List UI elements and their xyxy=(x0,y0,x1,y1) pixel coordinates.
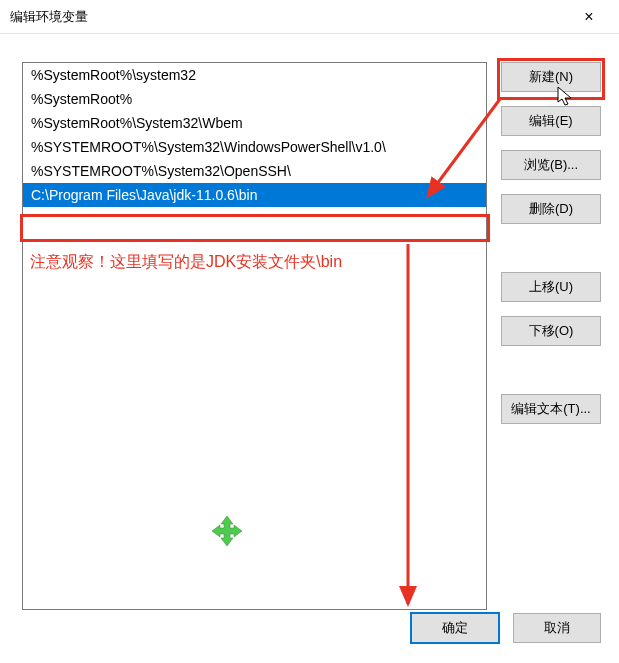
edit-button[interactable]: 编辑(E) xyxy=(501,106,601,136)
list-item-selected[interactable]: C:\Program Files\Java\jdk-11.0.6\bin xyxy=(23,183,486,207)
delete-button[interactable]: 删除(D) xyxy=(501,194,601,224)
list-item[interactable]: %SYSTEMROOT%\System32\WindowsPowerShell\… xyxy=(23,135,486,159)
bottom-buttons: 确定 取消 xyxy=(411,613,601,643)
moveup-button[interactable]: 上移(U) xyxy=(501,272,601,302)
path-listbox[interactable]: %SystemRoot%\system32 %SystemRoot% %Syst… xyxy=(22,62,487,610)
list-item[interactable]: %SystemRoot% xyxy=(23,87,486,111)
edittext-button[interactable]: 编辑文本(T)... xyxy=(501,394,601,424)
ok-button[interactable]: 确定 xyxy=(411,613,499,643)
list-item[interactable]: %SYSTEMROOT%\System32\OpenSSH\ xyxy=(23,159,486,183)
dialog-content: %SystemRoot%\system32 %SystemRoot% %Syst… xyxy=(0,34,619,663)
cancel-button[interactable]: 取消 xyxy=(513,613,601,643)
close-button[interactable]: × xyxy=(569,3,609,31)
list-item[interactable]: %SystemRoot%\System32\Wbem xyxy=(23,111,486,135)
movedown-button[interactable]: 下移(O) xyxy=(501,316,601,346)
close-icon: × xyxy=(584,8,593,26)
browse-button[interactable]: 浏览(B)... xyxy=(501,150,601,180)
titlebar: 编辑环境变量 × xyxy=(0,0,619,34)
buttons-column: 新建(N) 编辑(E) 浏览(B)... 删除(D) 上移(U) 下移(O) 编… xyxy=(501,62,601,424)
new-button[interactable]: 新建(N) xyxy=(501,62,601,92)
list-item[interactable]: %SystemRoot%\system32 xyxy=(23,63,486,87)
window-title: 编辑环境变量 xyxy=(10,8,569,26)
